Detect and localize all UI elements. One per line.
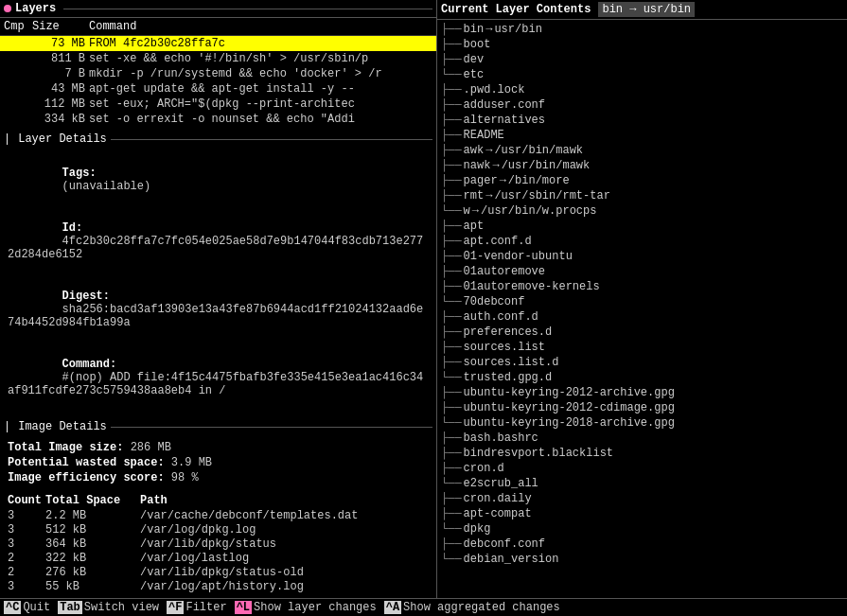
footer-key[interactable]: ^F (167, 601, 184, 614)
tree-item[interactable]: └── w → /usr/bin/w.procps (441, 203, 843, 219)
tree-item[interactable]: ├── nawk → /usr/bin/mawk (441, 158, 843, 173)
tree-item[interactable]: ├── pager → /bin/more (441, 173, 843, 188)
current-path-display: bin → usr/bin (598, 2, 695, 17)
tree-item[interactable]: └── etc (441, 67, 843, 82)
layer-details-title: Layer Details (18, 132, 107, 146)
wasted-count: 3 (8, 580, 45, 593)
total-size-label: Total Image size: (8, 441, 123, 454)
tree-name: 01autoremove-kernels (464, 280, 600, 293)
tree-item[interactable]: ├── apt (441, 219, 843, 234)
tree-item[interactable]: ├── bash.bashrc (441, 431, 843, 446)
layer-command: set -xe && echo '#!/bin/sh' > /usr/sbin/… (89, 52, 432, 65)
layer-row[interactable]: 7 B mkdir -p /run/systemd && echo 'docke… (0, 66, 436, 81)
tree-item[interactable]: ├── cron.daily (441, 491, 843, 506)
tree-item[interactable]: ├── ubuntu-keyring-2012-archive.gpg (441, 385, 843, 400)
wasted-label: Potential wasted space: (8, 456, 165, 469)
command-value: #(nop) ADD file:4f15c4475fbafb3fe335e415… (8, 371, 423, 397)
tree-item[interactable]: ├── preferences.d (441, 325, 843, 340)
tree-indent-branch: ├── (441, 492, 462, 505)
footer-label: Show layer changes (254, 601, 377, 614)
footer-item: ^CQuit (4, 601, 50, 614)
tree-item[interactable]: ├── ubuntu-keyring-2012-cdimage.gpg (441, 400, 843, 415)
footer: ^CQuitTabSwitch view^FFilter^LShow layer… (0, 598, 847, 616)
tree-item[interactable]: ├── debconf.conf (441, 537, 843, 552)
id-line: Id: 4fc2b30c28ffa7c7fc054e025ae58d7e9b14… (8, 208, 429, 274)
footer-item: ^AShow aggregated changes (384, 601, 560, 614)
tree-item[interactable]: └── e2scrub_all (441, 476, 843, 491)
tree-indent-branch: ├── (441, 356, 462, 369)
tree-item[interactable]: ├── adduser.conf (441, 97, 843, 113)
footer-key[interactable]: Tab (58, 601, 82, 614)
tree-name: cron.d (464, 462, 504, 475)
footer-label: Switch view (84, 601, 159, 614)
tree-item[interactable]: ├── README (441, 128, 843, 143)
tree-name: trusted.gpg.d (464, 371, 553, 384)
efficiency-label: Image efficiency score: (8, 471, 165, 484)
layers-list[interactable]: 73 MB FROM 4fc2b30c28ffa7c 811 B set -xe… (0, 36, 436, 129)
footer-key[interactable]: ^L (235, 601, 252, 614)
layer-size: 73 MB (32, 37, 89, 50)
tree-name: README (464, 129, 504, 142)
wasted-path: /var/log/lastlog (140, 552, 429, 565)
layer-row[interactable]: 811 B set -xe && echo '#!/bin/sh' > /usr… (0, 51, 436, 66)
tree-item[interactable]: ├── awk → /usr/bin/mawk (441, 143, 843, 158)
tree-item[interactable]: ├── auth.conf.d (441, 309, 843, 325)
layer-row[interactable]: 43 MB apt-get update && apt-get install … (0, 81, 436, 97)
tree-item[interactable]: └── debian_version (441, 552, 843, 567)
wasted-row: 2 322 kB /var/log/lastlog (8, 552, 429, 565)
tree-item[interactable]: ├── boot (441, 37, 843, 52)
layer-row[interactable]: 334 kB set -o errexit -o nounset && echo… (0, 112, 436, 127)
tree-name: ubuntu-keyring-2012-cdimage.gpg (464, 401, 675, 414)
tree-item[interactable]: ├── bindresvport.blacklist (441, 446, 843, 461)
tree-link-target: /usr/bin/mawk (502, 159, 591, 172)
tree-name: adduser.conf (464, 98, 545, 112)
tree-item[interactable]: ├── .pwd.lock (441, 82, 843, 97)
tree-item[interactable]: ├── 01autoremove (441, 264, 843, 279)
file-tree[interactable]: ├── bin → usr/bin├── boot├── dev└── etc … (437, 20, 847, 598)
layer-size: 811 B (32, 52, 89, 65)
footer-label: Filter (185, 601, 226, 614)
tree-name: bash.bashrc (464, 431, 538, 445)
total-size-line: Total Image size: 286 MB (8, 441, 429, 454)
tree-indent-branch: └── (441, 204, 462, 218)
tree-indent-branch: ├── (441, 235, 462, 248)
layer-row[interactable]: 73 MB FROM 4fc2b30c28ffa7c (0, 36, 436, 51)
tree-item[interactable]: ├── 01autoremove-kernels (441, 279, 843, 294)
header-separator (63, 9, 432, 9)
tree-name: bin (464, 23, 485, 36)
tree-item[interactable]: └── ubuntu-keyring-2018-archive.gpg (441, 415, 843, 431)
tree-name: etc (464, 68, 485, 81)
tree-name: 01-vendor-ubuntu (464, 250, 573, 263)
tree-item[interactable]: ├── dev (441, 52, 843, 67)
tree-indent-branch: ├── (441, 326, 462, 339)
footer-key[interactable]: ^C (4, 601, 21, 614)
tree-item[interactable]: └── trusted.gpg.d (441, 370, 843, 385)
tree-item[interactable]: ├── 01-vendor-ubuntu (441, 249, 843, 264)
tree-link-arrow: → (472, 204, 479, 218)
footer-key[interactable]: ^A (384, 601, 401, 614)
tree-item[interactable]: ├── bin → usr/bin (441, 22, 843, 37)
wasted-col-count-header: Count (8, 494, 45, 507)
wasted-space-line: Potential wasted space: 3.9 MB (8, 456, 429, 469)
tree-item[interactable]: ├── sources.list.d (441, 355, 843, 370)
tree-indent-branch: ├── (441, 53, 462, 66)
tree-item[interactable]: └── 70debconf (441, 294, 843, 309)
tree-indent-branch: ├── (441, 250, 462, 263)
tree-indent-branch: └── (441, 68, 462, 81)
tree-name: cron.daily (464, 492, 532, 505)
tree-item[interactable]: └── dpkg (441, 521, 843, 537)
tree-name: boot (464, 38, 491, 51)
wasted-space: 322 kB (45, 552, 140, 565)
tree-item[interactable]: ├── apt.conf.d (441, 234, 843, 249)
tree-item[interactable]: ├── rmt → /usr/sbin/rmt-tar (441, 188, 843, 203)
layer-row[interactable]: 112 MB set -eux; ARCH="$(dpkg --print-ar… (0, 97, 436, 112)
layer-size: 43 MB (32, 82, 89, 96)
tree-name: sources.list (464, 341, 545, 354)
tree-item[interactable]: ├── cron.d (441, 461, 843, 476)
wasted-table-header: Count Total Space Path (8, 494, 429, 507)
tree-indent-branch: ├── (441, 386, 462, 399)
tree-item[interactable]: ├── apt-compat (441, 506, 843, 521)
tree-item[interactable]: ├── alternatives (441, 113, 843, 128)
tree-name: pager (464, 174, 498, 187)
tree-item[interactable]: ├── sources.list (441, 340, 843, 355)
